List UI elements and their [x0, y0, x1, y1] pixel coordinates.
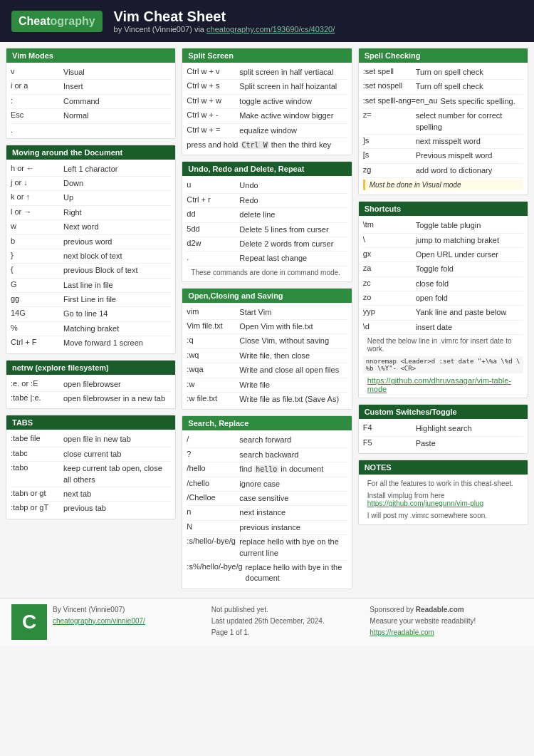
column-2: Split Screen Ctrl w + vsplit screen in h…: [182, 48, 352, 589]
list-item: ]snext misspelt word: [363, 135, 523, 149]
list-item: :s/hello/-bye/greplace hello with bye on…: [187, 535, 347, 561]
list-item: /hellofind hello in document: [187, 462, 347, 477]
list-item: z=select number for correct spelling: [363, 109, 523, 135]
list-item: :e. or :Eopen filebrowser: [11, 378, 171, 392]
split-screen-content: Ctrl w + vsplit screen in half vertiacal…: [182, 63, 351, 155]
list-item: 5ddDelete 5 lines from curser: [187, 223, 347, 237]
footer-published: Not published yet.: [211, 604, 365, 616]
list-item: Ctrl w + vsplit screen in half vertiacal: [187, 66, 347, 80]
list-item: :set nospellTurn off spell check: [363, 80, 523, 94]
list-item: GLast line in file: [11, 279, 171, 293]
column-1: Vim Modes vVisual i or aInsert :Command …: [6, 48, 176, 589]
spell-section: Spell Checking :set spellTurn on spell c…: [358, 48, 528, 195]
footer-page: Page 1 of 1.: [211, 627, 365, 638]
list-item: }next block of text: [11, 249, 171, 264]
spell-title: Spell Checking: [359, 48, 528, 63]
netrw-content: :e. or :Eopen filebrowser :tabe |:e.open…: [6, 375, 175, 409]
list-item: Ctrl w + wtoggle active window: [187, 95, 347, 109]
list-item: uUndo: [187, 179, 347, 193]
list-item: i or aInsert: [11, 80, 171, 94]
undo-title: Undo, Redo and Delete, Repeat: [182, 162, 351, 176]
list-item: :wqaWrite and close all open files: [187, 363, 347, 378]
list-item: press and hold Ctrl W then the third key: [187, 138, 347, 152]
list-item: Vim file.txtOpen Vim with file.txt: [187, 320, 347, 334]
footer-center: Not published yet. Last updated 26th Dec…: [211, 604, 365, 638]
moving-title: Moving around the Document: [6, 145, 175, 160]
list-item: zcclose fold: [363, 277, 523, 291]
list-item: %Matching braket: [11, 322, 171, 336]
list-item: vimStart Vim: [187, 306, 347, 320]
list-item: :tabe |:e.open filebrowser in a new tab: [11, 392, 171, 405]
notes-line2: Install vimplug from here https://github…: [363, 490, 523, 509]
main-content: Vim Modes vVisual i or aInsert :Command …: [0, 42, 534, 595]
vim-modes-content: vVisual i or aInsert :Command EscNormal …: [6, 63, 175, 138]
list-item: F4Highlight search: [363, 422, 523, 436]
list-item: :tabp or gTprevious tab: [11, 502, 171, 515]
shortcuts-code: nnoremap <Leader>d :set date "+\%a \%d \…: [363, 356, 523, 373]
list-item: EscNormal: [11, 109, 171, 123]
custom-section: Custom Switches/Toggle F4Highlight searc…: [358, 404, 528, 454]
undo-section: Undo, Redo and Delete, Repeat uUndo Ctrl…: [182, 161, 352, 281]
list-item: 14GGo to line 14: [11, 307, 171, 321]
list-item: [sPrevious mispelt word: [363, 149, 523, 163]
list-item: d2wDelete 2 words from curser: [187, 237, 347, 252]
list-item: Ctrl + FMove forward 1 screen: [11, 336, 171, 350]
search-content: /search forward ?search backward /hellof…: [182, 430, 351, 588]
list-item: :wWrite file: [187, 378, 347, 393]
tabs-content: :tabe fileopen file in new tab :tabcclos…: [6, 430, 175, 518]
list-item: nnext instance: [187, 506, 347, 520]
list-item: :wqWrite file, then close: [187, 349, 347, 363]
list-item: {previous Block of text: [11, 264, 171, 278]
shortcuts-link: https://github.com/dhruvasagar/vim-table…: [363, 375, 523, 395]
author-link[interactable]: cheatography.com/vinnie007/: [53, 617, 145, 625]
list-item: :set spelll-ang=en_auSets specific spell…: [363, 95, 523, 109]
footer-logo: C: [11, 604, 47, 640]
list-item: yypYank line and paste below: [363, 306, 523, 320]
shortcuts-section: Shortcuts \tmToggle table plugin \jump t…: [358, 201, 528, 398]
column-3: Spell Checking :set spellTurn on spell c…: [358, 48, 528, 589]
custom-title: Custom Switches/Toggle: [359, 405, 528, 419]
list-item: Ctrl w + sSplit screen in half hoizantal: [187, 80, 347, 94]
list-item: ?search backward: [187, 448, 347, 462]
list-item: gxOpen URL under curser: [363, 248, 523, 262]
vim-modes-section: Vim Modes vVisual i or aInsert :Command …: [6, 48, 176, 139]
undo-note: These commands are done in command mode.: [187, 266, 347, 279]
moving-section: Moving around the Document h or ←Left 1 …: [6, 145, 176, 354]
must-note: Must be done in Visual mode: [363, 180, 523, 190]
author-name: By Vincent (Vinnie007): [53, 604, 206, 616]
list-item: .Repeat last change: [187, 252, 347, 266]
logo: Cheatography: [11, 11, 103, 32]
list-item: k or ↑Up: [11, 191, 171, 205]
sponsor-text: Sponsored by Readable.com: [370, 604, 523, 616]
notes-title: NOTES: [359, 460, 528, 475]
search-title: Search, Replace: [182, 416, 351, 430]
notes-line3: I will post my .vimrc somewhere soon.: [363, 509, 523, 522]
spell-content: :set spellTurn on spell check :set nospe…: [359, 63, 528, 195]
netrw-title: netrw (explore filesystem): [6, 361, 175, 375]
list-item: vVisual: [11, 66, 171, 80]
sponsor-link[interactable]: https://readable.com: [370, 628, 434, 636]
shortcuts-note: Need the below line in .vimrc for insert…: [363, 335, 523, 355]
moving-content: h or ←Left 1 charactor j or ↓Down k or ↑…: [6, 160, 175, 353]
list-item: /chelloignore case: [187, 477, 347, 492]
list-item: :qClose Vim, without saving: [187, 334, 347, 348]
list-item: :tabe fileopen file in new tab: [11, 433, 171, 447]
footer-author: By Vincent (Vinnie007) cheatography.com/…: [53, 604, 206, 627]
split-screen-title: Split Screen: [182, 48, 351, 63]
list-item: Ctrl w + =equalize window: [187, 124, 347, 138]
list-item: /search forward: [187, 433, 347, 447]
list-item: :w file.txtWrite file as file.txt (Save …: [187, 393, 347, 406]
netrw-section: netrw (explore filesystem) :e. or :Eopen…: [6, 360, 176, 410]
list-item: Ctrl w + -Make active window bigger: [187, 109, 347, 123]
notes-content: For all the features to work in this che…: [359, 475, 528, 524]
list-item: Ctrl + rRedo: [187, 194, 347, 208]
open-close-title: Open,Closing and Saving: [182, 289, 351, 303]
list-item: bprevious word: [11, 235, 171, 249]
footer-sponsor: Sponsored by Readable.com Measure your w…: [370, 604, 523, 638]
custom-content: F4Highlight search F5Paste: [359, 419, 528, 453]
split-screen-section: Split Screen Ctrl w + vsplit screen in h…: [182, 48, 352, 155]
page-footer: C By Vincent (Vinnie007) cheatography.co…: [0, 598, 534, 646]
list-item: \jump to matching braket: [363, 234, 523, 248]
open-close-content: vimStart Vim Vim file.txtOpen Vim with f…: [182, 303, 351, 410]
list-item: h or ←Left 1 charactor: [11, 162, 171, 177]
